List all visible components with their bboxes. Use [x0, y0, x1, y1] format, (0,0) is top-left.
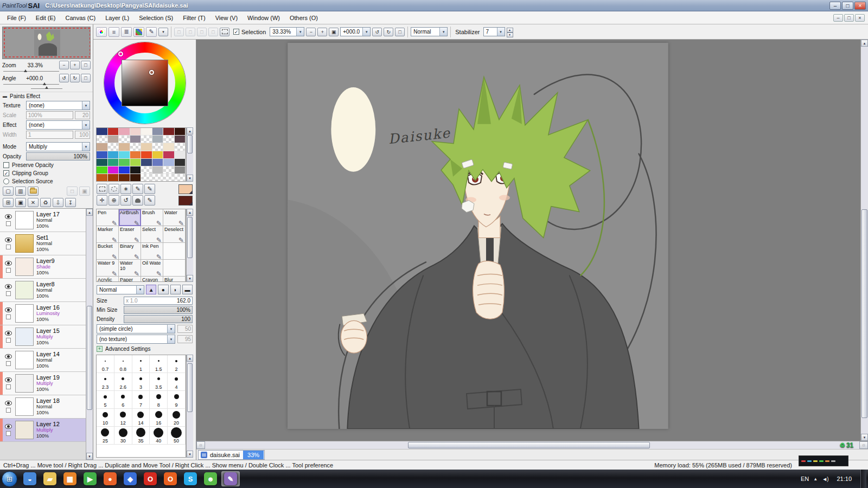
- brush-size-preset[interactable]: 6: [114, 391, 132, 409]
- color-swatch[interactable]: [175, 151, 186, 159]
- layer-row[interactable]: Layer9 Shade 100%: [0, 255, 86, 279]
- layer-row[interactable]: Layer 16 Luminosity 100%: [0, 302, 86, 325]
- stabilizer-select[interactable]: 7 ▼: [483, 27, 505, 36]
- color-swatch[interactable]: [119, 174, 130, 182]
- view-rotate-cw-button[interactable]: ↻: [384, 28, 393, 36]
- color-swatch[interactable]: [108, 166, 119, 174]
- scroll-left-corner-button[interactable]: □: [196, 441, 205, 449]
- zoom-reset-button[interactable]: □: [81, 61, 91, 69]
- brush-size-preset[interactable]: 0.8: [114, 355, 132, 373]
- color-swatch[interactable]: [119, 128, 130, 136]
- width-value[interactable]: 100: [75, 131, 90, 139]
- effect-select[interactable]: (none) ▼: [26, 120, 90, 130]
- color-swatch[interactable]: [141, 128, 152, 136]
- color-swatch[interactable]: [152, 159, 164, 166]
- color-swatch[interactable]: [119, 136, 130, 143]
- brush-size-preset[interactable]: 1.5: [150, 355, 168, 373]
- scale-slider[interactable]: 100%: [26, 111, 73, 119]
- layer-checkbox[interactable]: [6, 291, 11, 296]
- hand-tool-icon[interactable]: [132, 195, 143, 206]
- canvas-viewport[interactable]: Daisuke ▲ ▼: [196, 40, 868, 441]
- start-button[interactable]: ⊞: [2, 471, 17, 487]
- tool-grid-scrollbar[interactable]: ▲ ▼: [186, 209, 193, 282]
- layer-visibility-eye-icon[interactable]: [5, 377, 12, 382]
- tool-cell[interactable]: Bucket ✎: [97, 243, 119, 260]
- rgb-slider-panel-icon[interactable]: ≡: [108, 27, 119, 37]
- taskbar-app-icon[interactable]: O: [161, 471, 180, 486]
- brush-size-preset[interactable]: 30: [114, 427, 132, 445]
- color-swatch[interactable]: [97, 128, 108, 136]
- scrollbar-thumb[interactable]: [87, 306, 92, 410]
- mask-icon[interactable]: □: [67, 187, 78, 196]
- angle-select[interactable]: +000.0 ▼: [340, 27, 371, 36]
- rotate-cw-button[interactable]: ↻: [70, 74, 80, 82]
- layer-checkbox[interactable]: [6, 314, 11, 319]
- selection-checkbox[interactable]: ✓: [233, 29, 239, 35]
- tool-cell[interactable]: Crayon ✎: [141, 277, 163, 282]
- layer-row[interactable]: Layer 15 Multiply 100%: [0, 325, 86, 349]
- swatch-scrollbar[interactable]: ▲ ▼: [186, 127, 193, 182]
- scroll-right-corner-button[interactable]: □: [859, 441, 868, 449]
- brush-size-preset[interactable]: 2: [168, 355, 186, 373]
- presets-scrollbar[interactable]: ▲ ▼: [186, 355, 193, 458]
- color-swatch[interactable]: [163, 151, 175, 159]
- brush-size-preset[interactable]: 4: [168, 373, 186, 391]
- taskbar-app-icon[interactable]: ✎: [221, 471, 240, 486]
- color-swatch[interactable]: [163, 128, 175, 136]
- color-swatch[interactable]: [175, 136, 186, 143]
- new-canvas-icon[interactable]: ▢: [3, 187, 14, 196]
- menu-item[interactable]: Others (O): [285, 13, 323, 23]
- color-swatch[interactable]: [108, 128, 119, 136]
- layer-row[interactable]: Layer 14 Normal 100%: [0, 349, 86, 372]
- menu-item[interactable]: Window (W): [242, 13, 285, 23]
- titlebar[interactable]: PaintTool SAI C:\Users\natkung\Desktop\P…: [0, 0, 868, 11]
- selection-toggle[interactable]: ✓ Selection: [233, 29, 266, 35]
- color-swatch[interactable]: [97, 159, 108, 166]
- brush-shape-square-icon[interactable]: ▬: [182, 285, 193, 294]
- expand-plus-icon[interactable]: +: [97, 346, 103, 352]
- move-tool-icon[interactable]: ✛: [97, 195, 107, 206]
- tool-cell[interactable]: Marker ✎: [97, 226, 119, 243]
- magic-wand-icon[interactable]: ∗: [120, 184, 131, 194]
- color-swatch[interactable]: [152, 143, 164, 151]
- zoom-in-button[interactable]: +: [70, 61, 80, 69]
- color-swatch[interactable]: [130, 128, 142, 136]
- scroll-up-icon[interactable]: ▲: [187, 209, 193, 216]
- taskbar-app-icon[interactable]: ◆: [121, 471, 139, 486]
- angle-reset-button[interactable]: □: [81, 74, 91, 82]
- color-swatch[interactable]: [175, 143, 186, 151]
- scroll-down-icon[interactable]: ▼: [861, 434, 868, 441]
- tool-cell[interactable]: Ink Pen ✎: [141, 243, 163, 260]
- advanced-settings-row[interactable]: + Advanced Settings: [93, 344, 196, 354]
- tool-cell[interactable]: Oil Wate ✎: [141, 260, 163, 277]
- view-rotate-reset-button[interactable]: □: [395, 28, 405, 36]
- scale-value[interactable]: 20: [75, 111, 90, 119]
- scrollbar-thumb[interactable]: [187, 217, 193, 258]
- paint-mode-select[interactable]: Normal ▼: [411, 27, 448, 36]
- merge-down-icon[interactable]: ↧: [65, 198, 76, 207]
- layer-visibility-eye-icon[interactable]: [5, 307, 12, 312]
- scrollbar-thumb[interactable]: [187, 135, 193, 153]
- brush-edge-value[interactable]: 50: [177, 325, 193, 333]
- menu-item[interactable]: Layer (L): [100, 13, 134, 23]
- tool-cell[interactable]: Water 10 ✎: [119, 260, 141, 277]
- layer-visibility-eye-icon[interactable]: [5, 237, 12, 242]
- taskbar-app-icon[interactable]: O: [141, 471, 159, 486]
- hsv-slider-panel-icon[interactable]: ≣: [121, 27, 132, 37]
- canvas-artwork[interactable]: Daisuke: [288, 43, 668, 429]
- doc-minimize-button[interactable]: –: [833, 14, 843, 22]
- layer-visibility-eye-icon[interactable]: [5, 401, 12, 406]
- color-swatch[interactable]: [163, 174, 175, 182]
- brush-texture-select[interactable]: (no texture) ▼: [97, 335, 175, 344]
- selection-outline-icon[interactable]: [220, 28, 229, 36]
- saturation-value-square[interactable]: [122, 60, 168, 106]
- clear-layer-icon[interactable]: ✕: [28, 198, 39, 207]
- rotate-tool-icon[interactable]: ↺: [120, 195, 131, 206]
- tool-cell[interactable]: Water ✎: [163, 209, 186, 226]
- color-swatch[interactable]: [175, 174, 186, 182]
- copy-layer-icon[interactable]: ▣: [15, 198, 26, 207]
- layer-checkbox[interactable]: [6, 245, 11, 249]
- brush-texture-value[interactable]: 95: [177, 335, 193, 343]
- scroll-up-icon[interactable]: ▲: [86, 209, 93, 216]
- layer-visibility-eye-icon[interactable]: [5, 354, 12, 359]
